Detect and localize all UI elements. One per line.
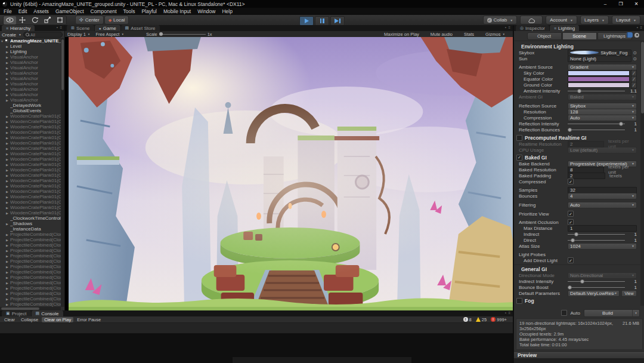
clear-button[interactable]: Clear	[2, 317, 17, 322]
default-parameters-dropdown[interactable]: Default-VeryLowResolution▼	[568, 290, 620, 297]
hierarchy-item-woodencrateplank01-clon[interactable]: ▶WoodenCratePlank01(Clon	[0, 119, 61, 124]
hierarchy-item-woodencrateplank01-clon[interactable]: ▶WoodenCratePlank01(Clon	[0, 156, 61, 162]
collapse-button[interactable]: Collapse	[18, 317, 41, 322]
slider-thumb[interactable]	[571, 238, 575, 242]
menu-gameobject[interactable]: GameObject	[55, 8, 84, 14]
slider-thumb[interactable]	[577, 89, 581, 93]
move-tool-button[interactable]	[16, 16, 29, 24]
auto-checkbox[interactable]	[561, 310, 567, 316]
close-button[interactable]: ✕	[628, 0, 644, 8]
hierarchy-item-projectilecombined-clone[interactable]: ▶ProjectileCombined(Clone)	[0, 296, 61, 302]
menu-tools[interactable]: Tools	[123, 8, 135, 14]
build-options-chevron[interactable]: ▾	[632, 310, 639, 316]
menu-playful[interactable]: Playful	[141, 8, 157, 14]
expand-arrow-icon[interactable]: ▶	[6, 174, 10, 177]
menu-assets[interactable]: Assets	[33, 8, 49, 14]
slider-thumb[interactable]	[580, 279, 584, 284]
expand-arrow-icon[interactable]: ▶	[6, 115, 10, 118]
samples-field[interactable]: 32	[568, 187, 637, 193]
cloud-button[interactable]	[520, 16, 543, 24]
expand-arrow-icon[interactable]: ▶	[6, 233, 10, 236]
expand-arrow-icon[interactable]: ▶	[6, 88, 10, 91]
panel-menu-icon[interactable]: ▪ ≡	[57, 26, 63, 29]
hierarchy-item-woodencrateplank01-clon[interactable]: ▶WoodenCratePlank01(Clon	[0, 146, 61, 151]
expand-arrow-icon[interactable]: ▶	[6, 222, 10, 226]
maximize-on-play-button[interactable]: Maximize on Play	[384, 32, 419, 37]
expand-arrow-icon[interactable]: ▶	[6, 56, 10, 59]
hierarchy-item-projectilecombined-clone[interactable]: ▶ProjectileCombined(Clone)	[0, 291, 61, 296]
hierarchy-item-delayedwork[interactable]: _DelayedWork	[0, 103, 61, 108]
rect-tool-button[interactable]	[54, 16, 66, 24]
tab-project[interactable]: ▣Project	[2, 310, 31, 316]
reflection-intensity-slider[interactable]	[568, 121, 625, 127]
hierarchy-item-projectilecombined-clone[interactable]: ▶ProjectileCombined(Clone)	[0, 242, 61, 248]
expand-arrow-icon[interactable]: ▶	[6, 292, 10, 296]
hierarchy-item-visualanchor[interactable]: ▶VisualAnchor	[0, 87, 61, 92]
hierarchy-item-woodencrateplank01-clon[interactable]: ▶WoodenCratePlank01(Clon	[0, 189, 61, 194]
menu-mobile-input[interactable]: Mobile Input	[163, 8, 191, 14]
expand-arrow-icon[interactable]: ▶	[6, 82, 10, 86]
expand-arrow-icon[interactable]: ▶	[6, 93, 10, 97]
expand-arrow-icon[interactable]: ▶	[6, 281, 10, 285]
game-viewport[interactable]	[65, 37, 513, 310]
baked-gi-checkbox[interactable]: ✓	[516, 155, 522, 161]
tab-game[interactable]: ●Game	[95, 25, 120, 31]
expand-arrow-icon[interactable]: ▶	[6, 61, 10, 64]
expand-arrow-icon[interactable]: ▶	[6, 72, 10, 75]
hierarchy-item-woodencrateplank01-clon[interactable]: ▶WoodenCratePlank01(Clon	[0, 173, 61, 178]
baked-resolution-field[interactable]: 8	[568, 167, 604, 173]
pause-button[interactable]	[315, 16, 329, 26]
hierarchy-item-instancedata[interactable]: _InstanceData	[0, 226, 61, 232]
panel-menu-icon[interactable]: ▪ ≡	[505, 26, 511, 29]
display-dropdown[interactable]: Display 1▾	[67, 32, 89, 37]
expand-arrow-icon[interactable]: ▶	[6, 303, 10, 306]
eyedropper-icon[interactable]: ∕	[631, 82, 637, 88]
hierarchy-item-visualanchor[interactable]: ▶VisualAnchor	[0, 76, 61, 81]
minimize-button[interactable]: –	[597, 0, 613, 8]
hierarchy-item-woodencrateplank01-clon[interactable]: ▶WoodenCratePlank01(Clon	[0, 194, 61, 199]
atlas-size-dropdown[interactable]: 1024▼	[568, 243, 637, 250]
scale-slider-thumb[interactable]	[159, 32, 163, 36]
bounce-boost-slider[interactable]	[568, 284, 625, 290]
hierarchy-item-clockworktimecontroller[interactable]: _ClockworkTimeController_	[0, 216, 61, 221]
baked-padding-field[interactable]: 2	[568, 173, 605, 179]
tab-scene[interactable]: ⊞Scene	[67, 25, 94, 31]
hierarchy-item-projectilecombined-clone[interactable]: ▶ProjectileCombined(Clone)	[0, 275, 61, 280]
hierarchy-item-woodencrateplank01-clon[interactable]: ▶WoodenCratePlank01(Clon	[0, 124, 61, 130]
hierarchy-item-projectilecombined-clone[interactable]: ▶ProjectileCombined(Clone)	[0, 269, 61, 275]
indirect-slider[interactable]	[568, 231, 625, 237]
expand-arrow-icon[interactable]: ▶	[6, 260, 10, 263]
console-log-list[interactable]	[0, 323, 513, 334]
hierarchy-item-woodencrateplank01-clon[interactable]: ▶WoodenCratePlank01(Clon	[0, 210, 61, 216]
hierarchy-item-projectilecombined-clone[interactable]: ▶ProjectileCombined(Clone)	[0, 248, 61, 253]
ambient-intensity-slider[interactable]	[568, 88, 625, 94]
precomputed-realtime-gi-checkbox[interactable]	[516, 135, 522, 141]
expand-arrow-icon[interactable]: ▶	[6, 249, 10, 253]
expand-arrow-icon[interactable]: ▶	[6, 141, 10, 145]
hierarchy-item-visualanchor[interactable]: ▶VisualAnchor	[0, 97, 61, 103]
hierarchy-item-projectilecombined-clone[interactable]: ▶ProjectileCombined(Clone)	[0, 264, 61, 269]
expand-arrow-icon[interactable]: ▶	[6, 147, 10, 150]
hierarchy-item-amazingmaze-unite-g[interactable]: ▼AmazingMaze_UNITE_g	[0, 38, 61, 44]
hierarchy-item-globalevents[interactable]: _GlobalEvents	[0, 108, 61, 113]
slider-thumb[interactable]	[568, 128, 572, 132]
error-pause-button[interactable]: Error Pause	[75, 317, 103, 322]
compression-dropdown[interactable]: Auto▼	[568, 115, 637, 121]
expand-arrow-icon[interactable]: ▶	[6, 45, 10, 48]
tab-asset-store[interactable]: ▤Asset Store	[121, 25, 160, 31]
ground-color-swatch[interactable]	[568, 82, 630, 88]
hierarchy-item-projectilecombined-clone[interactable]: ▶ProjectileCombined(Clone)	[0, 285, 61, 291]
lighting-scrollbar[interactable]	[640, 41, 644, 306]
help-book-icon[interactable]	[627, 32, 633, 38]
object-picker-icon[interactable]: ⊙	[633, 50, 637, 56]
expand-arrow-icon[interactable]: ▶	[6, 206, 10, 210]
hierarchy-item-visualanchor[interactable]: ▶VisualAnchor	[0, 92, 61, 97]
slider-thumb[interactable]	[568, 285, 572, 290]
menu-edit[interactable]: Edit	[18, 8, 27, 14]
scale-tool-button[interactable]	[41, 16, 54, 24]
mute-audio-button[interactable]: Mute audio	[431, 32, 453, 37]
hierarchy-item-visualanchor[interactable]: ▶VisualAnchor	[0, 54, 61, 60]
filtering-dropdown[interactable]: Auto▼	[568, 202, 637, 208]
stats-button[interactable]: Stats	[464, 32, 474, 37]
view-button[interactable]: View	[621, 290, 637, 297]
